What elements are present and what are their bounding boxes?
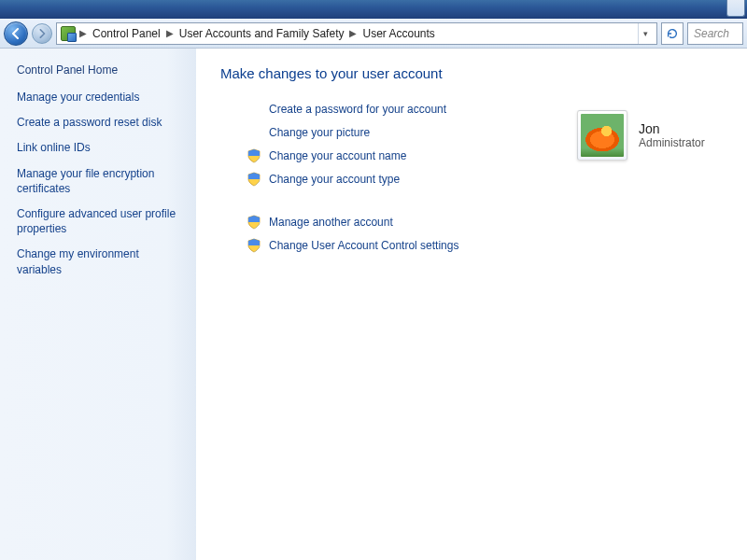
sidebar-link[interactable]: Change my environment variables: [17, 246, 185, 276]
task-group-secondary: Manage another account Change User Accou…: [247, 215, 738, 253]
search-input[interactable]: Search: [687, 22, 743, 45]
task-label: Change your account name: [269, 149, 406, 162]
user-role: Administrator: [639, 136, 705, 149]
user-avatar[interactable]: [577, 110, 627, 161]
sidebar-link[interactable]: Configure advanced user profile properti…: [17, 206, 185, 236]
nav-forward-button[interactable]: [32, 23, 52, 44]
sidebar-link[interactable]: Manage your file encryption certificates: [17, 166, 185, 196]
chevron-right-icon[interactable]: ▶: [347, 28, 359, 38]
task-link[interactable]: Change your account type: [247, 172, 738, 187]
task-label: Change your account type: [269, 173, 400, 186]
breadcrumb-segment[interactable]: User Accounts and Family Safety: [177, 25, 346, 42]
sidebar-home-link[interactable]: Control Panel Home: [17, 63, 185, 77]
task-label: Manage another account: [269, 216, 393, 229]
refresh-button[interactable]: [661, 22, 684, 45]
chevron-right-icon[interactable]: ▶: [164, 28, 176, 38]
user-account-tile: Jon Administrator: [570, 103, 747, 168]
task-link[interactable]: Manage another account: [247, 215, 738, 230]
address-breadcrumb[interactable]: ▶ Control Panel ▶ User Accounts and Fami…: [56, 22, 657, 45]
shield-icon: [247, 148, 261, 163]
nav-back-button[interactable]: [4, 21, 28, 46]
address-dropdown-button[interactable]: ▾: [638, 23, 653, 44]
user-name: Jon: [639, 121, 705, 136]
flower-avatar-icon: [581, 114, 624, 157]
search-placeholder: Search: [694, 27, 729, 40]
shield-icon: [247, 215, 261, 230]
breadcrumb-segment[interactable]: User Accounts: [360, 25, 436, 42]
sidebar-link[interactable]: Create a password reset disk: [17, 115, 185, 130]
breadcrumb-segment[interactable]: Control Panel: [91, 25, 162, 42]
sidebar-link[interactable]: Link online IDs: [17, 140, 185, 155]
navigation-bar: ▶ Control Panel ▶ User Accounts and Fami…: [0, 19, 747, 49]
chevron-right-icon[interactable]: ▶: [78, 28, 89, 38]
shield-icon: [247, 238, 261, 253]
sidebar: Control Panel Home Manage your credentia…: [0, 49, 196, 560]
shield-icon: [247, 172, 261, 187]
user-accounts-icon: [61, 26, 76, 41]
window-control-strip[interactable]: [726, 0, 745, 17]
task-link[interactable]: Change User Account Control settings: [247, 238, 738, 253]
sidebar-link[interactable]: Manage your credentials: [17, 90, 185, 105]
page-title: Make changes to your user account: [220, 65, 738, 81]
content-pane: Make changes to your user account Create…: [196, 49, 747, 560]
task-label: Change your picture: [269, 126, 370, 139]
task-label: Change User Account Control settings: [269, 239, 458, 252]
window-titlebar: [0, 0, 747, 19]
task-label: Create a password for your account: [269, 103, 446, 116]
